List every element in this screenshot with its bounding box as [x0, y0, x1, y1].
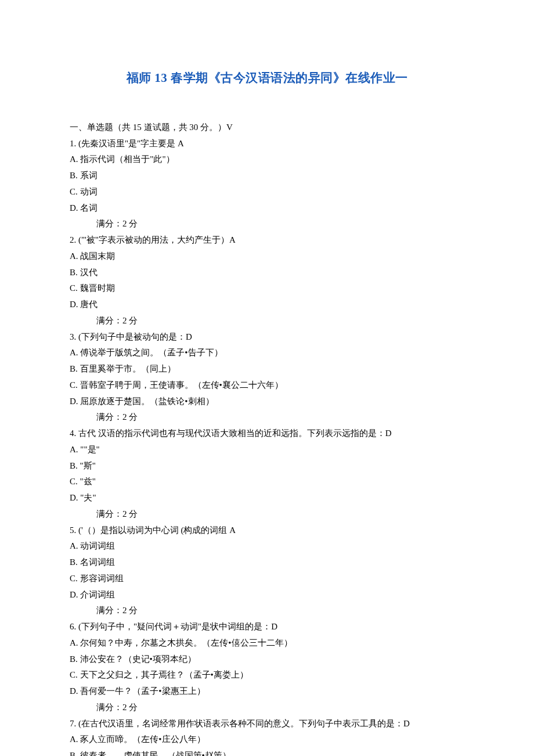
question-block: 2. ("'被"字表示被动的用法，大约产生于）AA. 战国末期B. 汉代C. 魏… [70, 232, 464, 329]
question-text: 3. (下列句子中是被动句的是：D [70, 329, 464, 345]
score-line: 满分：2 分 [70, 506, 464, 523]
option-line: C. 天下之父归之，其子焉往？（孟子•离娄上） [70, 667, 464, 683]
option-line: B. 沛公安在？（史记•项羽本纪） [70, 651, 464, 668]
option-line: D. 名词 [70, 200, 464, 217]
option-line: C. 动词 [70, 184, 464, 200]
question-text: 2. ("'被"字表示被动的用法，大约产生于）A [70, 232, 464, 249]
option-line: D. 唐代 [70, 297, 464, 313]
question-block: 3. (下列句子中是被动句的是：DA. 傅说举于版筑之间。（孟子•告子下）B. … [70, 329, 464, 426]
option-line: C. 晋韩室子聘于周，王使请事。（左传•襄公二十六年） [70, 377, 464, 394]
option-line: A. 动词词组 [70, 538, 464, 555]
option-line: D. 吾何爱一牛？（孟子•梁惠王上） [70, 683, 464, 700]
score-line: 满分：2 分 [70, 603, 464, 619]
option-line: C. "兹" [70, 474, 464, 490]
question-text: 5. ('（）是指以动词为中心词 (构成的词组 A [70, 523, 464, 539]
question-block: 5. ('（）是指以动词为中心词 (构成的词组 AA. 动词词组B. 名词词组C… [70, 523, 464, 620]
score-line: 满分：2 分 [70, 409, 464, 426]
option-line: A. 傅说举于版筑之间。（孟子•告子下） [70, 345, 464, 361]
question-text: 7. (在古代汉语里，名词经常用作状语表示各种不同的意义。下列句子中表示工具的是… [70, 716, 464, 732]
score-line: 满分：2 分 [70, 216, 464, 232]
option-line: B. 系词 [70, 168, 464, 184]
option-line: B. 彼秦者……虏使其民。（战国策•赵策） [70, 748, 464, 756]
question-block: 6. (下列句子中，"疑问代词＋动词"是状中词组的是：DA. 尔何知？中寿，尔墓… [70, 619, 464, 716]
option-line: B. 百里奚举于市。（同上） [70, 361, 464, 377]
option-line: A. 战国末期 [70, 249, 464, 265]
option-line: D. 屈原放逐于楚国。（盐铁论•刺相） [70, 394, 464, 410]
option-line: B. 名词词组 [70, 555, 464, 571]
option-line: C. 形容词词组 [70, 571, 464, 587]
page-title: 福师 13 春学期《古今汉语语法的异同》在线作业一 [70, 67, 464, 89]
option-line: A. ""是" [70, 442, 464, 458]
option-line: C. 魏晋时期 [70, 280, 464, 297]
question-block: 1. (先秦汉语里"是"字主要是 AA. 指示代词（相当于"此"）B. 系词C.… [70, 136, 464, 233]
score-line: 满分：2 分 [70, 700, 464, 716]
option-line: A. 豕人立而啼。（左传•庄公八年） [70, 732, 464, 748]
option-line: A. 指示代词（相当于"此"） [70, 152, 464, 168]
option-line: B. 汉代 [70, 265, 464, 281]
section-header: 一、单选题（共 15 道试题，共 30 分。）V [70, 120, 464, 136]
questions-container: 1. (先秦汉语里"是"字主要是 AA. 指示代词（相当于"此"）B. 系词C.… [70, 136, 464, 756]
score-line: 满分：2 分 [70, 313, 464, 329]
option-line: D. "夫" [70, 490, 464, 506]
question-block: 7. (在古代汉语里，名词经常用作状语表示各种不同的意义。下列句子中表示工具的是… [70, 716, 464, 756]
option-line: B. "斯" [70, 458, 464, 474]
option-line: D. 介词词组 [70, 587, 464, 603]
question-text: 4. 古代 汉语的指示代词也有与现代汉语大致相当的近和远指。下列表示远指的是：D [70, 426, 464, 442]
question-text: 1. (先秦汉语里"是"字主要是 A [70, 136, 464, 152]
question-text: 6. (下列句子中，"疑问代词＋动词"是状中词组的是：D [70, 619, 464, 635]
option-line: A. 尔何知？中寿，尔墓之木拱矣。（左传•僖公三十二年） [70, 635, 464, 651]
question-block: 4. 古代 汉语的指示代词也有与现代汉语大致相当的近和远指。下列表示远指的是：D… [70, 426, 464, 523]
